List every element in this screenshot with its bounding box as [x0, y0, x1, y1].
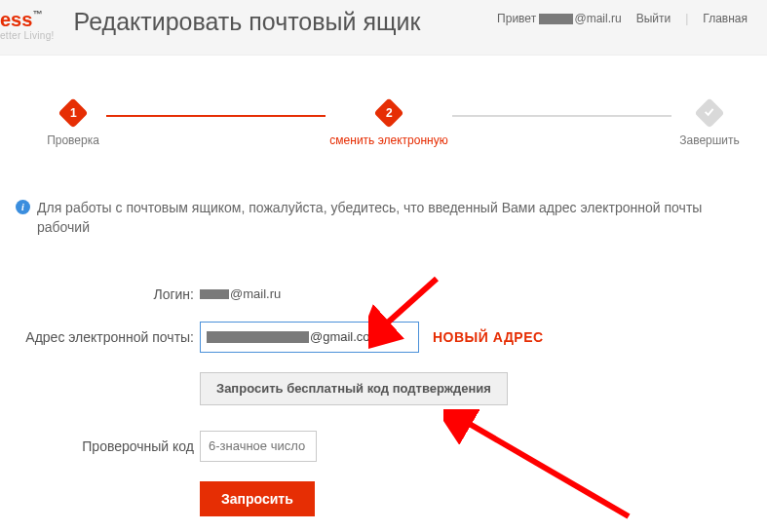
logo: ess™ [0, 10, 55, 29]
redacted-email-local [207, 331, 309, 343]
verification-code-input[interactable] [200, 431, 317, 462]
row-request-code: Запросить бесплатный код подтверждения [0, 372, 767, 405]
step-1-label: Проверка [47, 133, 99, 147]
row-submit: Запросить [0, 481, 767, 516]
tagline: etter Living! [0, 31, 55, 41]
step-1: 1 Проверка [44, 102, 102, 147]
email-label: Адрес электронной почты: [0, 329, 200, 345]
greeting: Привет @mail.ru [497, 12, 622, 25]
page-title: Редактировать почтовый ящик [55, 8, 498, 36]
info-icon: i [16, 200, 30, 214]
row-email: Адрес электронной почты: @gmail.cor НОВЫ… [0, 322, 767, 353]
new-address-annotation: НОВЫЙ АДРЕС [433, 329, 544, 345]
submit-button[interactable]: Запросить [200, 481, 315, 516]
login-label: Логин: [0, 286, 200, 302]
progress-steps: 1 Проверка 2 сменить электронную Заверши… [0, 56, 767, 155]
login-value: @mail.ru [200, 286, 281, 301]
step-2-badge: 2 [373, 97, 403, 128]
brand-wrap: ess™ etter Living! [0, 10, 55, 41]
email-value-wrap: @gmail.cor НОВЫЙ АДРЕС [200, 322, 544, 353]
code-label: Проверочный код [0, 438, 200, 454]
redacted-login [200, 289, 229, 299]
step-2-label: сменить электронную [329, 133, 447, 147]
logout-link[interactable]: Выйти [636, 12, 671, 25]
form: Логин: @mail.ru Адрес электронной почты:… [0, 238, 767, 516]
info-text: Для работы с почтовым ящиком, пожалуйста… [37, 198, 751, 238]
step-3: Завершить [675, 102, 744, 147]
step-line-1 [106, 115, 326, 117]
home-link[interactable]: Главная [703, 12, 748, 25]
logo-text: ess [0, 9, 32, 30]
redacted-username [539, 14, 573, 24]
row-code: Проверочный код [0, 431, 767, 462]
header: ess™ etter Living! Редактировать почтовы… [0, 0, 767, 56]
row-login: Логин: @mail.ru [0, 286, 767, 302]
nav-divider: | [685, 12, 688, 25]
logo-tm: ™ [32, 9, 42, 19]
email-input-wrap[interactable]: @gmail.cor [200, 322, 419, 353]
info-message: i Для работы с почтовым ящиком, пожалуйс… [0, 155, 767, 238]
step-line-2 [452, 115, 671, 117]
step-1-badge: 1 [58, 97, 88, 128]
step-2: 2 сменить электронную [329, 102, 447, 147]
check-icon [704, 106, 715, 121]
top-nav: Привет @mail.ru Выйти | Главная [497, 12, 748, 25]
step-3-label: Завершить [679, 133, 740, 147]
request-code-button[interactable]: Запросить бесплатный код подтверждения [200, 372, 508, 405]
step-3-badge [694, 97, 724, 128]
